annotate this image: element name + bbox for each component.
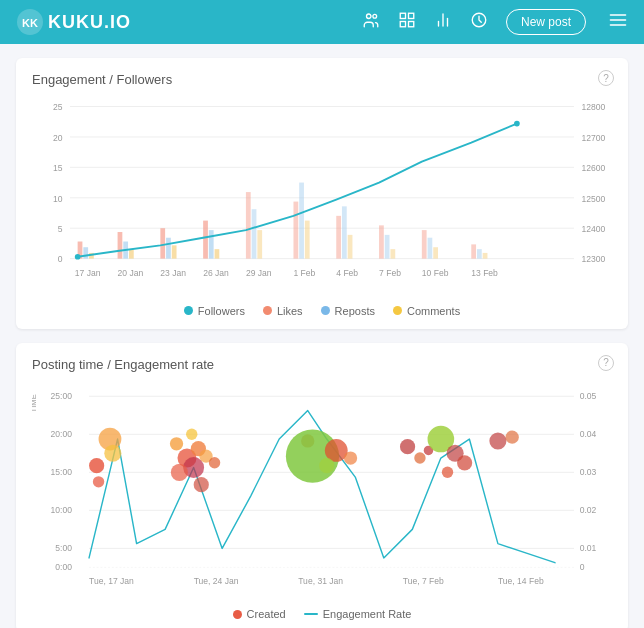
- svg-text:TIME: TIME: [32, 394, 38, 412]
- svg-rect-49: [160, 228, 165, 258]
- svg-point-115: [319, 458, 334, 473]
- svg-text:15: 15: [53, 163, 63, 173]
- svg-text:23 Jan: 23 Jan: [160, 268, 186, 278]
- new-post-button[interactable]: New post: [506, 9, 586, 35]
- svg-rect-54: [215, 249, 220, 259]
- svg-text:0.04: 0.04: [580, 429, 597, 439]
- svg-rect-50: [166, 238, 171, 259]
- clock-icon[interactable]: [470, 11, 488, 33]
- svg-text:5:00: 5:00: [55, 543, 72, 553]
- legend-reposts: Reposts: [321, 305, 375, 317]
- svg-text:1 Feb: 1 Feb: [293, 268, 315, 278]
- header-nav: New post: [362, 9, 628, 35]
- logo-text: KUKU.IO: [48, 12, 131, 33]
- svg-text:13 Feb: 13 Feb: [471, 268, 498, 278]
- svg-point-110: [194, 477, 209, 492]
- svg-rect-65: [385, 235, 390, 259]
- svg-point-116: [344, 451, 357, 464]
- svg-text:Tue, 24 Jan: Tue, 24 Jan: [194, 575, 239, 585]
- engagement-card: Engagement / Followers ? 25 20 15 10 5 0…: [16, 58, 628, 329]
- svg-rect-6: [400, 22, 405, 27]
- engagement-chart: 25 20 15 10 5 0 12800 12700 12600 12500 …: [32, 97, 612, 297]
- svg-rect-51: [172, 245, 177, 258]
- svg-text:25:00: 25:00: [51, 391, 73, 401]
- created-dot: [233, 610, 242, 619]
- svg-rect-44: [83, 247, 88, 258]
- svg-rect-63: [348, 235, 353, 259]
- svg-rect-5: [408, 13, 413, 18]
- svg-text:20 Jan: 20 Jan: [118, 268, 144, 278]
- svg-text:4 Feb: 4 Feb: [336, 268, 358, 278]
- comments-dot: [393, 306, 402, 315]
- svg-rect-53: [209, 230, 214, 259]
- followers-dot: [184, 306, 193, 315]
- card1-title: Engagement / Followers: [32, 72, 612, 87]
- svg-text:KK: KK: [22, 17, 38, 29]
- svg-rect-64: [379, 225, 384, 258]
- svg-rect-4: [400, 13, 405, 18]
- svg-rect-70: [471, 244, 476, 258]
- svg-rect-56: [252, 209, 257, 258]
- legend-followers: Followers: [184, 305, 245, 317]
- posting-chart: TIME 25:00 20:00 15:00 10:00 5:00 0:00 0…: [32, 382, 612, 601]
- svg-point-2: [366, 14, 371, 19]
- svg-text:12600: 12600: [582, 163, 606, 173]
- svg-text:12800: 12800: [582, 102, 606, 112]
- grid-icon[interactable]: [398, 11, 416, 33]
- svg-text:0.05: 0.05: [580, 391, 597, 401]
- svg-text:12700: 12700: [582, 133, 606, 143]
- main-content: Engagement / Followers ? 25 20 15 10 5 0…: [0, 44, 644, 628]
- svg-text:29 Jan: 29 Jan: [246, 268, 272, 278]
- svg-point-124: [489, 432, 506, 449]
- svg-text:26 Jan: 26 Jan: [203, 268, 229, 278]
- likes-dot: [263, 306, 272, 315]
- svg-point-108: [171, 463, 188, 480]
- reposts-dot: [321, 306, 330, 315]
- svg-point-122: [442, 466, 453, 477]
- svg-point-3: [373, 14, 377, 18]
- legend-likes: Likes: [263, 305, 303, 317]
- svg-point-111: [186, 428, 197, 439]
- svg-text:7 Feb: 7 Feb: [379, 268, 401, 278]
- svg-text:20:00: 20:00: [51, 429, 73, 439]
- svg-text:17 Jan: 17 Jan: [75, 268, 101, 278]
- svg-rect-66: [390, 249, 395, 259]
- svg-text:10: 10: [53, 194, 63, 204]
- svg-text:15:00: 15:00: [51, 467, 73, 477]
- card2-title: Posting time / Engagement rate: [32, 357, 612, 372]
- users-icon[interactable]: [362, 11, 380, 33]
- svg-point-99: [89, 458, 104, 473]
- hamburger-icon[interactable]: [608, 10, 628, 35]
- svg-text:0.01: 0.01: [580, 543, 597, 553]
- svg-rect-46: [118, 232, 123, 259]
- svg-rect-68: [428, 238, 433, 259]
- svg-rect-59: [299, 183, 304, 259]
- svg-text:Tue, 14 Feb: Tue, 14 Feb: [498, 575, 544, 585]
- card2-help-icon[interactable]: ?: [598, 355, 614, 371]
- posting-time-card: Posting time / Engagement rate ? TIME 25…: [16, 343, 628, 628]
- svg-rect-58: [293, 202, 298, 259]
- svg-rect-72: [483, 253, 488, 259]
- svg-text:20: 20: [53, 133, 63, 143]
- svg-point-103: [170, 437, 183, 450]
- svg-text:5: 5: [58, 224, 63, 234]
- chart-icon[interactable]: [434, 11, 452, 33]
- card1-help-icon[interactable]: ?: [598, 70, 614, 86]
- engagement-rate-line: [304, 613, 318, 615]
- svg-point-73: [75, 254, 81, 260]
- svg-point-102: [104, 444, 121, 461]
- svg-rect-71: [477, 249, 482, 259]
- svg-rect-69: [433, 247, 438, 258]
- svg-text:25: 25: [53, 102, 63, 112]
- logo-icon: KK: [16, 8, 44, 36]
- svg-rect-52: [203, 221, 208, 259]
- svg-point-123: [457, 455, 472, 470]
- logo: KK KUKU.IO: [16, 8, 131, 36]
- legend-engagement-rate: Engagement Rate: [304, 608, 412, 620]
- svg-text:12400: 12400: [582, 224, 606, 234]
- svg-rect-67: [422, 230, 427, 259]
- svg-point-109: [209, 457, 220, 468]
- svg-text:Tue, 31 Jan: Tue, 31 Jan: [298, 575, 343, 585]
- svg-text:10:00: 10:00: [51, 505, 73, 515]
- svg-text:0.03: 0.03: [580, 467, 597, 477]
